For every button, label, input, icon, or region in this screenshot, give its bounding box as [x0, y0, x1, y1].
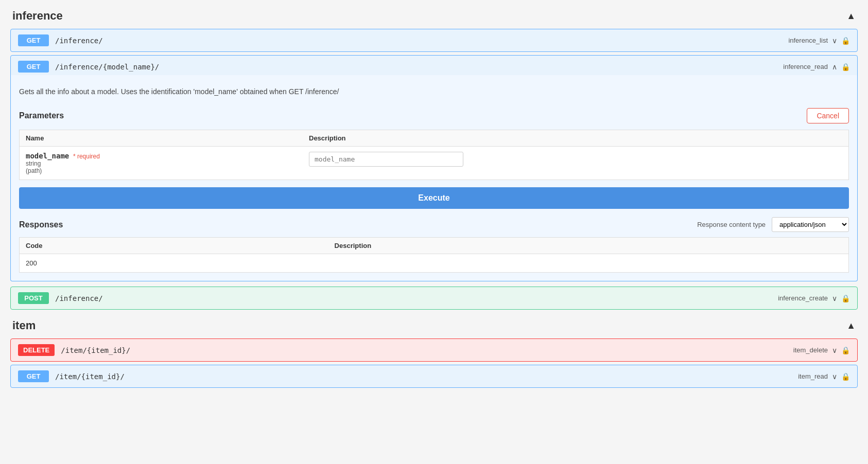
inference-read-description: Gets all the info about a model. Uses th…	[19, 83, 849, 100]
inference-read-path: /inference/{model_name}/	[55, 63, 159, 71]
item-delete-operation-id: item_delete	[793, 346, 828, 354]
inference-create-row[interactable]: POST /inference/ inference_create ∨ 🔒	[10, 287, 858, 310]
inference-create-right: inference_create ∨ 🔒	[778, 294, 850, 302]
item-read-path: /item/{item_id}/	[55, 372, 125, 381]
params-table: Name Description model_name * required s…	[19, 130, 849, 180]
inference-list-right: inference_list ∨ 🔒	[788, 37, 850, 45]
param-location: (path)	[26, 167, 297, 174]
item-read-method: GET	[18, 370, 49, 382]
page-wrapper: inference ▲ GET /inference/ inference_li…	[0, 0, 868, 396]
response-content-type-wrapper: Response content type application/json	[697, 217, 849, 232]
responses-col-code: Code	[20, 238, 328, 254]
inference-create-lock-icon: 🔒	[841, 294, 850, 302]
inference-read-operation-id: inference_read	[783, 63, 828, 70]
response-description-200	[328, 254, 849, 273]
inference-read-params-header: Parameters Cancel	[19, 108, 849, 123]
execute-button[interactable]: Execute	[19, 187, 849, 209]
inference-create-chevron-icon: ∨	[832, 294, 837, 302]
inference-list-row[interactable]: GET /inference/ inference_list ∨ 🔒	[10, 29, 858, 52]
inference-create-left: POST /inference/	[18, 292, 103, 304]
response-row-200: 200	[20, 254, 849, 273]
inference-read-expanded-panel: Gets all the info about a model. Uses th…	[10, 75, 858, 281]
inference-collapse-icon[interactable]: ▲	[846, 11, 856, 22]
inference-create-operation-id: inference_create	[778, 294, 828, 302]
model-name-input[interactable]	[309, 152, 463, 167]
inference-read-left: GET /inference/{model_name}/	[18, 61, 159, 73]
inference-read-method: GET	[18, 61, 49, 73]
inference-create-method: POST	[18, 292, 49, 304]
item-delete-row[interactable]: DELETE /item/{item_id}/ item_delete ∨ 🔒	[10, 338, 858, 362]
inference-create-path: /inference/	[55, 294, 103, 302]
item-read-row[interactable]: GET /item/{item_id}/ item_read ∨ 🔒	[10, 365, 858, 388]
cancel-button[interactable]: Cancel	[807, 108, 849, 123]
inference-read-params-title: Parameters	[19, 111, 64, 120]
inference-list-operation-id: inference_list	[788, 37, 828, 44]
response-content-type-label: Response content type	[697, 221, 766, 228]
inference-list-path: /inference/	[55, 37, 103, 45]
inference-list-left: GET /inference/	[18, 34, 103, 46]
item-read-operation-id: item_read	[798, 372, 828, 380]
inference-list-lock-icon: 🔒	[841, 37, 850, 45]
responses-col-description: Description	[328, 238, 849, 254]
param-row-model-name: model_name * required string (path)	[20, 147, 849, 180]
inference-section-title: inference	[12, 9, 63, 23]
item-delete-chevron-icon: ∨	[832, 346, 837, 354]
param-type: string	[26, 160, 297, 167]
item-delete-right: item_delete ∨ 🔒	[793, 346, 850, 354]
inference-list-method: GET	[18, 34, 49, 46]
param-required-label: * required	[73, 153, 100, 160]
inference-list-chevron-icon: ∨	[832, 37, 837, 45]
response-code-200: 200	[20, 254, 328, 273]
item-read-right: item_read ∨ 🔒	[798, 372, 850, 381]
item-delete-method: DELETE	[18, 344, 55, 356]
inference-read-right: inference_read ∧ 🔒	[783, 63, 850, 71]
inference-section-header: inference ▲	[10, 5, 858, 27]
item-collapse-icon[interactable]: ▲	[846, 320, 856, 331]
response-content-type-select[interactable]: application/json	[772, 217, 849, 232]
responses-header: Responses Response content type applicat…	[19, 217, 849, 232]
item-read-lock-icon: 🔒	[841, 372, 850, 381]
item-read-left: GET /item/{item_id}/	[18, 370, 125, 382]
inference-read-chevron-icon: ∧	[832, 63, 837, 71]
responses-table: Code Description 200	[19, 237, 849, 273]
params-col-description: Description	[303, 130, 849, 147]
params-col-name: Name	[20, 130, 303, 147]
param-input-cell	[303, 147, 849, 180]
responses-title: Responses	[19, 220, 63, 229]
item-section-title: item	[12, 319, 36, 332]
item-delete-left: DELETE /item/{item_id}/	[18, 344, 130, 356]
item-delete-path: /item/{item_id}/	[61, 346, 130, 354]
param-name: model_name	[26, 152, 69, 160]
item-read-chevron-icon: ∨	[832, 372, 837, 381]
param-name-cell: model_name * required string (path)	[20, 147, 303, 180]
item-section-header: item ▲	[10, 315, 858, 336]
inference-read-lock-icon: 🔒	[841, 63, 850, 71]
item-delete-lock-icon: 🔒	[841, 346, 850, 354]
